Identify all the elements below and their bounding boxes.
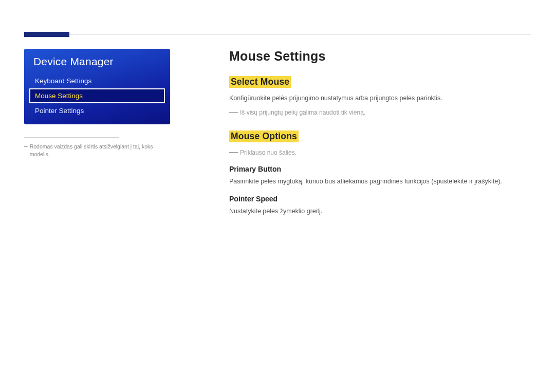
primary-button-body: Pasirinkite pelės mygtuką, kuriuo bus at… bbox=[229, 177, 531, 186]
menu-keyboard-settings[interactable]: Keyboard Settings bbox=[29, 73, 165, 88]
heading-pointer-speed: Pointer Speed bbox=[229, 195, 531, 203]
page-layout: Device Manager Keyboard Settings Mouse S… bbox=[24, 49, 531, 230]
select-mouse-body: Konfigūruokite pelės prijungimo nustatym… bbox=[229, 94, 531, 103]
sidebar-footnote-text: Rodomas vaizdas gali skirtis atsižvelgia… bbox=[30, 143, 170, 158]
heavy-dash-icon: ― bbox=[229, 148, 238, 156]
sidebar-divider bbox=[24, 137, 119, 138]
section-select-mouse: Select Mouse Konfigūruokite pelės prijun… bbox=[229, 76, 531, 117]
panel-title: Device Manager bbox=[24, 49, 170, 73]
select-mouse-note-text: Iš visų prijungtų pelių galima naudoti t… bbox=[240, 108, 365, 117]
heading-select-mouse: Select Mouse bbox=[229, 76, 291, 88]
pointer-speed-body: Nustatykite pelės žymeklio greitį. bbox=[229, 207, 531, 216]
menu-pointer-settings[interactable]: Pointer Settings bbox=[29, 103, 165, 118]
top-divider bbox=[69, 34, 531, 34]
select-mouse-note: ― Iš visų prijungtų pelių galima naudoti… bbox=[229, 108, 531, 117]
menu-mouse-settings[interactable]: Mouse Settings bbox=[29, 88, 165, 103]
panel-menu: Keyboard Settings Mouse Settings Pointer… bbox=[24, 73, 170, 123]
left-column: Device Manager Keyboard Settings Mouse S… bbox=[24, 49, 170, 230]
accent-bar bbox=[24, 32, 69, 37]
device-manager-panel: Device Manager Keyboard Settings Mouse S… bbox=[24, 49, 170, 124]
heading-primary-button: Primary Button bbox=[229, 165, 531, 173]
page-title: Mouse Settings bbox=[229, 49, 531, 64]
mouse-options-note-text: Priklauso nuo šalies. bbox=[240, 148, 297, 157]
mouse-options-note: ― Priklauso nuo šalies. bbox=[229, 148, 531, 157]
sidebar-footnote: – Rodomas vaizdas gali skirtis atsižvelg… bbox=[24, 143, 170, 158]
dash-icon: – bbox=[24, 143, 28, 158]
heading-mouse-options: Mouse Options bbox=[229, 130, 299, 142]
section-mouse-options: Mouse Options ― Priklauso nuo šalies. Pr… bbox=[229, 130, 531, 216]
main-content: Mouse Settings Select Mouse Konfigūruoki… bbox=[229, 49, 531, 230]
heavy-dash-icon: ― bbox=[229, 108, 238, 116]
